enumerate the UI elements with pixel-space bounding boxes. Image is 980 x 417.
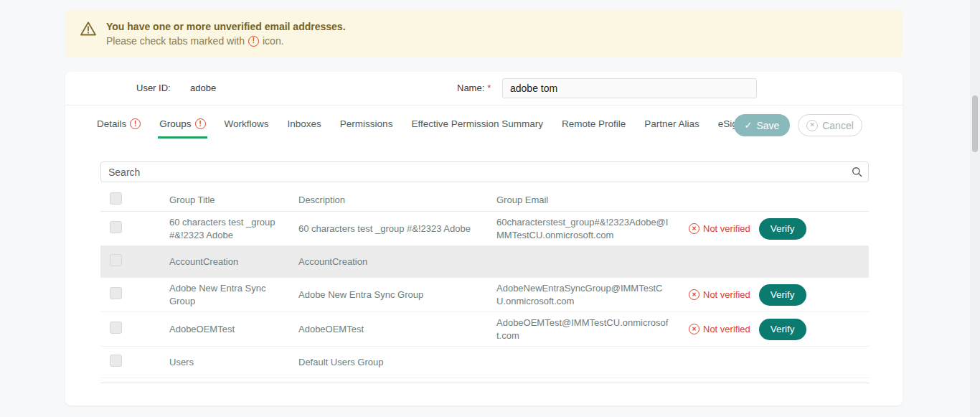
verify-button[interactable]: Verify [759, 284, 806, 306]
column-header-description: Description [291, 189, 489, 211]
table-row: UsersDefault Users Group [100, 347, 869, 378]
tab-effective-permission-summary[interactable]: Effective Permission Summary [410, 114, 545, 139]
name-label: Name:* [457, 83, 491, 93]
table-header: Group Title Description Group Email [100, 188, 869, 212]
description-cell: 60 characters test _group #&!2323 Adobe [291, 218, 489, 240]
search-icon[interactable] [852, 167, 862, 180]
user-identity-row: User ID: adobe Name:* [65, 72, 903, 106]
group-title-cell: AdobeOEMTest [162, 319, 291, 340]
not-verified-label: Not verified [703, 323, 750, 336]
user-detail-card: User ID: adobe Name:* Details!Groups!Wor… [65, 72, 903, 406]
tab-label: Partner Alias [644, 118, 699, 129]
tab-permissions[interactable]: Permissions [339, 114, 395, 139]
tab-inboxes[interactable]: Inboxes [286, 114, 323, 139]
tab-details[interactable]: Details! [95, 114, 142, 139]
verify-button[interactable]: Verify [759, 218, 806, 240]
group-email-cell: 60characterstest_group#&!2323Adobe@IMMTe… [489, 212, 676, 245]
banner-subtitle: Please check tabs marked with ! icon. [106, 34, 346, 48]
tab-workflows[interactable]: Workflows [223, 114, 270, 139]
not-verified-badge: ✕Not verified [689, 289, 750, 301]
description-cell: Adobe New Entra Sync Group [291, 284, 489, 306]
row-checkbox-cell [100, 217, 162, 241]
row-checkbox[interactable] [110, 355, 122, 367]
tab-alert-icon: ! [130, 118, 141, 129]
row-checkbox[interactable] [110, 322, 122, 334]
tab-partner-alias[interactable]: Partner Alias [643, 114, 701, 139]
page: You have one or more unverified email ad… [0, 0, 980, 417]
save-button[interactable]: ✓ Save [734, 114, 790, 136]
table-row: AdobeOEMTestAdobeOEMTestAdobeOEMTest@IMM… [100, 312, 869, 347]
tab-label: Workflows [225, 118, 269, 129]
group-email-cell [489, 258, 676, 266]
group-email-cell: AdobeNewEntraSyncGroup@IMMTestCU.onmicro… [489, 278, 676, 311]
close-icon: ✕ [806, 120, 818, 131]
row-checkbox[interactable] [110, 254, 122, 266]
banner-title: You have one or more unverified email ad… [106, 19, 346, 34]
user-id-label: User ID: [136, 83, 171, 93]
cancel-button-label: Cancel [822, 120, 854, 131]
group-title-cell: Users [162, 352, 291, 373]
group-title-cell: AccountCreation [162, 251, 291, 273]
status-cell: ✕Not verifiedVerify [676, 214, 869, 244]
not-verified-badge: ✕Not verified [689, 323, 750, 336]
tab-label: Effective Permission Summary [411, 118, 543, 129]
not-verified-label: Not verified [703, 222, 750, 235]
tab-label: Groups [159, 118, 191, 129]
not-verified-label: Not verified [703, 289, 750, 301]
save-button-label: Save [756, 120, 779, 131]
not-verified-icon: ✕ [689, 289, 699, 300]
description-cell: Default Users Group [291, 352, 489, 373]
group-title-cell: 60 characters test _group #&!2323 Adobe [162, 212, 291, 245]
name-label-text: Name: [457, 83, 484, 93]
status-cell [676, 358, 869, 367]
tab-groups[interactable]: Groups! [158, 114, 207, 139]
table-row: 60 characters test _group #&!2323 Adobe6… [100, 212, 869, 246]
row-checkbox-cell [100, 350, 162, 375]
check-icon: ✓ [745, 121, 753, 130]
cancel-button[interactable]: ✕ Cancel [798, 114, 862, 136]
row-checkbox[interactable] [110, 221, 122, 233]
column-header-status [676, 196, 869, 205]
groups-table: Group Title Description Group Email 60 c… [100, 188, 869, 383]
status-cell [676, 258, 869, 266]
tab-label: Inboxes [288, 118, 321, 129]
tab-alert-icon: ! [195, 118, 206, 129]
search-input[interactable] [100, 161, 869, 182]
search-bar [100, 161, 869, 182]
status-cell: ✕Not verifiedVerify [676, 314, 869, 345]
column-header-group-title: Group Title [162, 189, 291, 211]
scrollbar-thumb[interactable] [972, 95, 978, 152]
banner-text: You have one or more unverified email ad… [106, 19, 346, 49]
user-id-value: adobe [190, 83, 216, 93]
warning-triangle-icon [80, 21, 97, 39]
row-checkbox[interactable] [110, 287, 122, 299]
banner-subtitle-prefix: Please check tabs marked with [106, 34, 245, 48]
table-row: Adobe New Entra Sync GroupAdobe New Entr… [100, 278, 869, 312]
status-cell: ✕Not verifiedVerify [676, 280, 869, 310]
verify-button[interactable]: Verify [759, 319, 806, 340]
not-verified-icon: ✕ [689, 324, 699, 334]
unverified-email-banner: You have one or more unverified email ad… [65, 10, 903, 57]
select-all-checkbox[interactable] [110, 192, 122, 205]
description-cell: AccountCreation [291, 251, 489, 273]
group-title-cell: Adobe New Entra Sync Group [162, 278, 291, 311]
tab-label: Details [97, 118, 126, 129]
banner-subtitle-suffix: icon. [263, 34, 284, 48]
name-input[interactable] [502, 78, 757, 98]
tab-remote-profile[interactable]: Remote Profile [560, 114, 627, 139]
tab-label: Permissions [340, 118, 393, 129]
group-email-cell [489, 358, 676, 367]
scrollbar-track [970, 0, 980, 417]
row-checkbox-cell [100, 317, 162, 342]
not-verified-icon: ✕ [689, 223, 699, 234]
header-checkbox-cell [100, 188, 162, 212]
group-email-cell: AdobeOEMTest@IMMTestCU.onmicrosoft.com [489, 312, 676, 346]
description-cell: AdobeOEMTest [291, 319, 489, 340]
column-header-group-email: Group Email [489, 189, 676, 211]
row-checkbox-cell [100, 250, 162, 274]
row-checkbox-cell [100, 283, 162, 307]
table-row: AccountCreationAccountCreation [100, 246, 869, 278]
tab-label: Remote Profile [562, 118, 626, 129]
table-body: 60 characters test _group #&!2323 Adobe6… [100, 212, 869, 378]
not-verified-badge: ✕Not verified [689, 222, 750, 235]
